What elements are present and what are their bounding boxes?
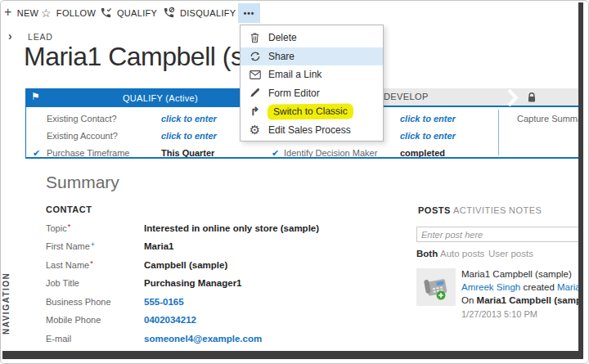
post-author-link[interactable]: Amreek Singh bbox=[461, 282, 520, 292]
form-row-first-name: First Name+ Maria1 bbox=[46, 241, 173, 251]
window-bottom-edge bbox=[2, 351, 583, 359]
crm-lead-window: + NEW ☆ FOLLOW QUALIFY DISQUALIFY ••• › … bbox=[0, 0, 589, 364]
field-label: First Name+ bbox=[46, 241, 144, 251]
form-row-job-title: Job Title Purchasing Manager1 bbox=[46, 278, 242, 288]
menu-item-label: Form Editor bbox=[268, 88, 320, 99]
field-label-capture-summary: Capture Summary bbox=[517, 114, 583, 124]
switch-arrow-icon: ↱ bbox=[249, 105, 261, 118]
tab-posts[interactable]: POSTS bbox=[418, 205, 451, 215]
pencil-icon bbox=[249, 88, 261, 98]
follow-button-label: FOLLOW bbox=[56, 8, 96, 18]
follow-button[interactable]: ☆ FOLLOW bbox=[41, 5, 96, 21]
menu-item-label: Edit Sales Process bbox=[268, 124, 351, 136]
more-commands-menu: Delete Share Email a Link Form Editor ↱ … bbox=[240, 25, 384, 142]
lock-icon bbox=[526, 92, 537, 106]
menu-item-label: Email a Link bbox=[268, 69, 321, 80]
field-value-email[interactable]: someonel4@example.com bbox=[144, 334, 262, 344]
menu-item-email-a-link[interactable]: Email a Link bbox=[241, 65, 383, 84]
field-label: Topic* bbox=[46, 223, 144, 233]
menu-item-switch-to-classic[interactable]: ↱ Switch to Classic bbox=[241, 102, 383, 121]
new-button[interactable]: + NEW bbox=[4, 5, 38, 21]
page-title: Maria1 Campbell (s bbox=[24, 42, 243, 72]
flag-icon: ⚑ bbox=[31, 91, 40, 102]
field-label: Mobile Phone bbox=[46, 315, 144, 325]
process-column-divider bbox=[498, 110, 499, 155]
tab-notes[interactable]: NOTES bbox=[509, 205, 542, 215]
field-label: Last Name* bbox=[46, 260, 144, 270]
field-label: E-mail bbox=[46, 334, 144, 344]
tab-activities[interactable]: ACTIVITIES bbox=[453, 205, 506, 215]
filter-both[interactable]: Both bbox=[416, 249, 438, 258]
required-marker: * bbox=[90, 259, 93, 267]
more-commands-button[interactable]: ••• bbox=[238, 3, 260, 23]
menu-item-edit-sales-process[interactable]: ⚙ Edit Sales Process bbox=[241, 121, 383, 140]
field-value-mobile-phone[interactable]: 0402034212 bbox=[144, 315, 196, 325]
field-value-existing-contact[interactable]: click to enter bbox=[161, 114, 217, 124]
field-label-existing-contact: Existing Contact? bbox=[47, 114, 117, 124]
form-row-business-phone: Business Phone 555-0165 bbox=[46, 297, 184, 307]
post-context: On Maria1 Campbell (sample)'s w bbox=[461, 295, 583, 305]
qualify-button-label: QUALIFY bbox=[117, 8, 157, 18]
post-title[interactable]: Maria1 Campbell (sample) bbox=[461, 269, 572, 279]
ellipsis-icon: ••• bbox=[244, 9, 255, 18]
form-row-topic: Topic* Interested in online only store (… bbox=[46, 223, 319, 233]
summary-heading: Summary bbox=[46, 173, 119, 192]
filter-user-posts[interactable]: User posts bbox=[488, 249, 533, 258]
field-label: Business Phone bbox=[46, 297, 144, 307]
menu-item-delete[interactable]: Delete bbox=[241, 29, 383, 47]
form-row-last-name: Last Name* Campbell (sample) bbox=[46, 260, 227, 270]
process-bottom-border bbox=[25, 157, 578, 159]
stage-qualify-label: QUALIFY (Active) bbox=[123, 93, 198, 103]
app-viewport: + NEW ☆ FOLLOW QUALIFY DISQUALIFY ••• › … bbox=[2, 2, 583, 359]
required-marker: * bbox=[68, 222, 71, 231]
form-row-email: E-mail someonel4@example.com bbox=[46, 334, 262, 344]
disqualify-button-label: DISQUALIFY bbox=[180, 8, 236, 18]
field-value-last-name[interactable]: Campbell (sample) bbox=[144, 260, 227, 270]
window-right-edge bbox=[578, 2, 583, 359]
phone-slash-icon bbox=[163, 7, 175, 20]
field-value-topic[interactable]: Interested in online only store (sample) bbox=[144, 223, 319, 233]
menu-item-label-highlighted: Switch to Classic bbox=[268, 104, 353, 119]
disqualify-button[interactable]: DISQUALIFY bbox=[163, 5, 236, 21]
contact-section-heading: CONTACT bbox=[46, 204, 92, 214]
phone-check-icon bbox=[100, 7, 112, 20]
filter-auto-posts[interactable]: Auto posts bbox=[440, 249, 484, 258]
field-label-existing-account: Existing Account? bbox=[47, 131, 118, 141]
post-description: Amreek Singh created Maria Cam bbox=[461, 282, 583, 292]
menu-item-form-editor[interactable]: Form Editor bbox=[241, 84, 383, 103]
menu-item-share[interactable]: Share bbox=[241, 47, 383, 66]
field-label: Job Title bbox=[46, 278, 144, 288]
menu-item-label: Delete bbox=[268, 32, 297, 43]
share-icon bbox=[249, 51, 261, 62]
trash-icon bbox=[249, 32, 261, 43]
field-value-col2-row2[interactable]: click to enter bbox=[400, 131, 456, 141]
new-button-label: NEW bbox=[17, 8, 39, 18]
breadcrumb-chevron-icon[interactable]: › bbox=[8, 29, 12, 43]
star-icon: ☆ bbox=[41, 7, 52, 20]
gear-icon: ⚙ bbox=[249, 123, 261, 137]
form-row-mobile-phone: Mobile Phone 0402034212 bbox=[46, 315, 196, 325]
field-value-existing-account[interactable]: click to enter bbox=[161, 131, 217, 141]
breadcrumb[interactable]: LEAD bbox=[28, 32, 53, 42]
qualify-button[interactable]: QUALIFY bbox=[100, 5, 157, 21]
stage-develop-label[interactable]: DEVELOP bbox=[384, 92, 429, 101]
envelope-icon bbox=[249, 70, 261, 79]
field-value-col2-row1[interactable]: click to enter bbox=[400, 114, 456, 124]
menu-item-label: Share bbox=[268, 51, 294, 62]
field-value-business-phone[interactable]: 555-0165 bbox=[144, 297, 184, 307]
plus-icon: + bbox=[4, 5, 12, 20]
field-value-first-name[interactable]: Maria1 bbox=[144, 241, 173, 251]
field-value-job-title[interactable]: Purchasing Manager1 bbox=[144, 278, 242, 288]
phone-post-icon bbox=[416, 268, 456, 306]
post-input[interactable] bbox=[416, 227, 579, 242]
navigation-rail-label[interactable]: NAVIGATION bbox=[2, 269, 15, 338]
post-timestamp: 1/27/2013 5:10 PM bbox=[461, 309, 537, 319]
recommended-marker: + bbox=[91, 240, 95, 249]
